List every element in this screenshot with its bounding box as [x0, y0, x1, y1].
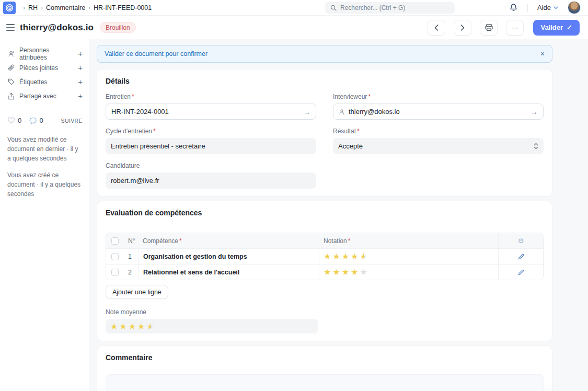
table-settings-gear-icon[interactable]: ⚙: [498, 233, 543, 248]
skills-table-header: N° Compétence* Notation* ⚙: [106, 233, 543, 248]
document-sidebar: Personnes attribuées + Pièces jointes + …: [0, 39, 89, 391]
breadcrumb-separator: ›: [88, 4, 90, 12]
sidebar-toggle-icon[interactable]: [6, 24, 15, 31]
sidebar-item-tags[interactable]: Étiquettes +: [7, 75, 83, 89]
help-dropdown[interactable]: Aide: [537, 4, 558, 12]
navbar-divider: [527, 4, 528, 12]
cycle-value: Entretien présentiel - secrétaire: [111, 142, 311, 150]
comments-count[interactable]: 0: [40, 117, 43, 124]
chevron-down-icon: [554, 6, 558, 9]
add-attachment-button[interactable]: +: [78, 63, 83, 72]
follow-button[interactable]: SUIVRE: [61, 118, 83, 124]
candidature-input[interactable]: robert.m@live.fr: [106, 172, 316, 189]
col-header-no: N°: [124, 233, 139, 248]
field-intervieweur: Intervieweur* thierry@dokos.io →: [333, 93, 544, 120]
search-placeholder: Rechercher... (Ctrl + G): [340, 4, 405, 12]
competence-cell[interactable]: Relationnel et sens de l'accueil: [139, 264, 319, 280]
section-title-details: Détails: [106, 77, 544, 85]
share-icon: [7, 93, 15, 100]
edit-row-button[interactable]: [498, 264, 543, 280]
select-chevrons-icon: [534, 143, 538, 150]
sidebar-item-label: Partagé avec: [19, 93, 74, 100]
add-row-button[interactable]: Ajouter une ligne: [106, 285, 168, 299]
submit-alert-banner: Valider ce document pour confirmer ×: [97, 45, 552, 63]
required-marker: *: [357, 128, 360, 135]
resultat-value: Accepté: [338, 142, 534, 150]
status-badge: Brouillon: [100, 22, 136, 33]
rating-cell[interactable]: ★★★★★: [319, 264, 498, 280]
average-rating-label: Note moyenne: [106, 308, 544, 316]
likes-count[interactable]: 0: [18, 117, 21, 124]
more-actions-button[interactable]: ···: [506, 20, 524, 36]
created-info: Vous avez créé ce document · il y a quel…: [7, 170, 83, 199]
average-rating-field[interactable]: ★★★★★★: [106, 319, 318, 334]
assign-user-icon: [7, 50, 15, 58]
add-share-button[interactable]: +: [78, 91, 83, 100]
section-details: Détails Entretien* HR-INT-2024-0001 → In…: [97, 69, 552, 197]
add-assignment-button[interactable]: +: [78, 49, 83, 58]
edit-row-button[interactable]: [498, 249, 543, 264]
table-row: 1 Organisation et gestion du temps ★★★★★…: [106, 248, 543, 264]
social-row: 0 · 0 SUIVRE: [7, 117, 83, 124]
breadcrumb: › RH › Commentaire › HR-INT-FEED-0001: [23, 4, 152, 12]
entretien-value: HR-INT-2024-0001: [111, 108, 303, 116]
section-skill-assessment: Evaluation de compétences N° Compétence*…: [97, 201, 552, 341]
prev-document-button[interactable]: [428, 20, 445, 36]
breadcrumb-item-rh[interactable]: RH: [28, 4, 38, 12]
open-link-arrow-icon[interactable]: →: [303, 108, 310, 116]
user-icon: [339, 109, 345, 115]
comment-bubble-icon[interactable]: [29, 117, 37, 124]
table-row: 2 Relationnel et sens de l'accueil ★★★★★: [106, 264, 543, 280]
banner-close-icon[interactable]: ×: [540, 50, 545, 58]
banner-message: Valider ce document pour confirmer: [105, 50, 207, 58]
sidebar-item-label: Pièces jointes: [19, 64, 74, 72]
row-index: 1: [124, 249, 139, 264]
cycle-input[interactable]: Entretien présentiel - secrétaire: [106, 138, 316, 154]
resultat-select[interactable]: Accepté: [333, 138, 544, 154]
section-title-skills: Evaluation de compétences: [106, 209, 544, 217]
required-marker: *: [132, 93, 134, 100]
col-header-competence: Compétence: [143, 237, 178, 245]
next-document-button[interactable]: [454, 20, 471, 36]
field-candidature: Candidature robert.m@live.fr: [106, 162, 316, 189]
required-marker: *: [348, 237, 351, 245]
comment-editor[interactable]: [106, 374, 544, 391]
select-all-checkbox[interactable]: [111, 237, 119, 245]
breadcrumb-separator: ›: [23, 4, 25, 12]
row-checkbox[interactable]: [111, 269, 119, 276]
field-resultat: Résultat* Accepté: [333, 128, 544, 154]
competence-cell[interactable]: Organisation et gestion du temps: [139, 249, 319, 264]
print-button[interactable]: [480, 20, 498, 36]
sidebar-item-assigned[interactable]: Personnes attribuées +: [7, 47, 83, 61]
sidebar-item-shared[interactable]: Partagé avec +: [7, 89, 83, 103]
app-logo-icon[interactable]: [3, 2, 16, 14]
top-navbar: › RH › Commentaire › HR-INT-FEED-0001 Re…: [0, 0, 588, 16]
intervieweur-value: thierry@dokos.io: [349, 108, 531, 116]
notifications-bell-icon[interactable]: [509, 3, 518, 12]
sidebar-item-label: Personnes attribuées: [19, 47, 74, 61]
sidebar-item-attachments[interactable]: Pièces jointes +: [7, 61, 83, 75]
validate-button[interactable]: Valider ✓: [533, 20, 580, 36]
global-search-input[interactable]: Rechercher... (Ctrl + G): [325, 2, 455, 14]
col-header-notation: Notation: [324, 237, 347, 245]
help-label: Aide: [537, 4, 551, 12]
breadcrumb-item-document[interactable]: HR-INT-FEED-0001: [94, 4, 152, 12]
field-cycle: Cycle d'entretien* Entretien présentiel …: [106, 128, 316, 154]
user-avatar[interactable]: [568, 1, 581, 14]
candidature-value: robert.m@live.fr: [111, 177, 311, 185]
modified-info: Vous avez modifié ce document en dernier…: [7, 135, 83, 163]
breadcrumb-item-commentaire[interactable]: Commentaire: [46, 4, 85, 12]
row-index: 2: [124, 264, 139, 280]
required-marker: *: [153, 128, 156, 135]
intervieweur-link-input[interactable]: thierry@dokos.io →: [333, 104, 544, 120]
heart-icon[interactable]: [7, 117, 15, 124]
checkmark-icon: ✓: [567, 24, 572, 31]
paperclip-icon: [7, 64, 15, 72]
row-checkbox[interactable]: [111, 253, 119, 260]
open-link-arrow-icon[interactable]: →: [531, 108, 538, 116]
tag-icon: [7, 78, 15, 85]
rating-cell[interactable]: ★★★★★★: [319, 249, 498, 264]
entretien-link-input[interactable]: HR-INT-2024-0001 →: [106, 104, 316, 120]
breadcrumb-separator: ›: [41, 4, 43, 12]
add-tag-button[interactable]: +: [78, 77, 83, 86]
